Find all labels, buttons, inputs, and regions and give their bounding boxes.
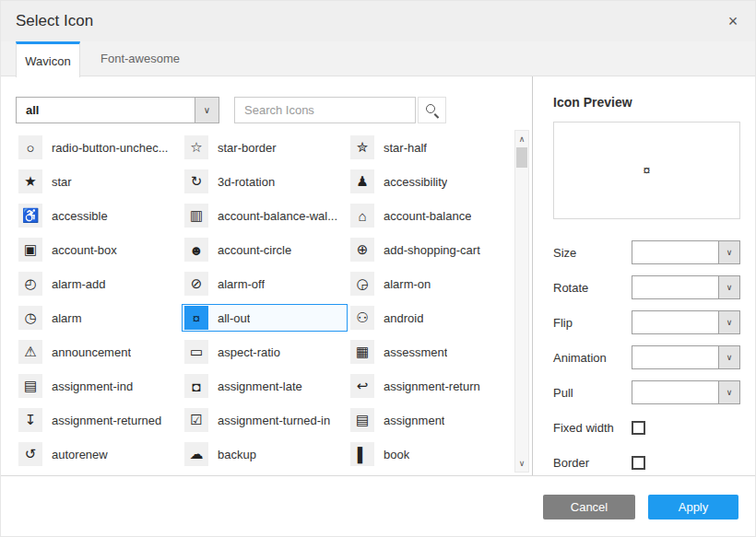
icon-list-item[interactable]: ○ radio-button-unchec...: [16, 134, 182, 161]
scrollbar-thumb[interactable]: [516, 147, 527, 168]
setting-label: Pull: [553, 386, 632, 400]
icon-glyph: ↩: [350, 374, 374, 398]
icon-list-item[interactable]: ▤ assignment-ind: [16, 372, 182, 400]
setting-label: Animation: [553, 351, 632, 365]
icon-list-item[interactable]: ▣ account-box: [16, 236, 182, 263]
icon-list-item[interactable]: ◘ assignment-late: [182, 372, 348, 400]
icon-glyph: ▤: [350, 408, 374, 432]
icon-list-item[interactable]: ◷ alarm: [16, 304, 182, 332]
icon-list-item[interactable]: ⚠ announcement: [16, 338, 182, 366]
icon-list-item[interactable]: ◶ alarm-on: [348, 270, 508, 298]
icon-list-scrollbar[interactable]: ∧ ∨: [514, 130, 529, 473]
icon-list-item[interactable]: ♟ accessibility: [348, 168, 508, 195]
icon-glyph: ↻: [184, 169, 208, 193]
icon-list-item[interactable]: ☻ account-circle: [182, 236, 348, 263]
setting-select[interactable]: ∨: [632, 345, 740, 369]
chevron-down-icon[interactable]: ∨: [195, 98, 219, 123]
icon-label: all-out: [218, 311, 250, 325]
icon-list-item[interactable]: ↻ 3d-rotation: [182, 168, 348, 195]
tab-wavicon[interactable]: Wavicon: [16, 41, 80, 77]
icon-glyph: ▣: [18, 238, 42, 262]
tab-font-awesome[interactable]: Font-awesome: [80, 41, 200, 76]
setting-label: Fixed width: [553, 421, 632, 435]
icon-glyph: ○: [18, 135, 42, 159]
icon-label: assignment-ind: [52, 379, 133, 393]
icon-list-item[interactable]: ♿ accessible: [16, 202, 182, 229]
icon-glyph: ★: [18, 169, 42, 193]
cancel-button[interactable]: Cancel: [543, 495, 635, 519]
icon-glyph: ▤: [18, 374, 42, 398]
icon-list-item[interactable]: ☁ backup: [182, 440, 348, 468]
setting-select[interactable]: ∨: [632, 380, 740, 404]
icon-glyph: ▌: [350, 442, 374, 466]
setting-select-value: [632, 381, 718, 403]
icon-glyph: ↺: [18, 442, 42, 466]
setting-row: Border: [553, 450, 740, 474]
select-icon-dialog: Select Icon × Wavicon Font-awesome all ∨…: [0, 0, 756, 537]
search-button[interactable]: [418, 97, 446, 123]
icon-list-item[interactable]: ☆ star-border: [182, 134, 348, 161]
icon-glyph: ☆: [184, 135, 208, 159]
icon-glyph: ◘: [184, 374, 208, 398]
chevron-down-icon[interactable]: ∨: [718, 311, 739, 333]
icon-glyph: ⊘: [184, 272, 208, 296]
chevron-down-icon[interactable]: ∨: [718, 276, 739, 298]
icon-list-item[interactable]: ▤ assignment: [348, 406, 508, 434]
icon-glyph: ▦: [350, 340, 374, 364]
chevron-down-icon[interactable]: ∨: [718, 241, 739, 263]
apply-button[interactable]: Apply: [648, 495, 738, 519]
icon-label: accessibility: [384, 175, 447, 189]
icon-list-item[interactable]: ⌂ account-balance: [348, 202, 508, 229]
setting-select[interactable]: ∨: [632, 240, 740, 264]
icon-label: assignment-return: [384, 379, 480, 393]
category-dropdown[interactable]: all ∨: [16, 97, 219, 123]
icon-list-item[interactable]: ▦ assessment: [348, 338, 508, 366]
icon-list-item[interactable]: ⚇ android: [348, 304, 508, 332]
icon-label: alarm: [52, 311, 82, 325]
icon-label: assignment-returned: [52, 414, 161, 427]
icon-glyph: ◴: [18, 272, 42, 296]
setting-checkbox[interactable]: [632, 421, 645, 435]
scroll-up-icon[interactable]: ∧: [515, 133, 528, 146]
setting-row: Fixed width: [553, 415, 740, 439]
dialog-header: Select Icon ×: [1, 1, 756, 41]
icon-list-item[interactable]: ▌ book: [348, 440, 508, 468]
icon-glyph: ▥: [184, 204, 208, 228]
icon-glyph: ◷: [18, 306, 42, 330]
icon-list-item[interactable]: ↩ assignment-return: [348, 372, 508, 400]
icon-list-item[interactable]: ↧ assignment-returned: [16, 406, 182, 434]
icon-label: account-balance-wal...: [218, 209, 337, 223]
scroll-down-icon[interactable]: ∨: [515, 457, 528, 470]
setting-select[interactable]: ∨: [632, 275, 740, 299]
setting-checkbox[interactable]: [632, 456, 645, 470]
icon-glyph: ☁: [184, 442, 208, 466]
dialog-title: Select Icon: [16, 1, 93, 41]
icon-glyph: ♿: [18, 204, 42, 228]
chevron-down-icon[interactable]: ∨: [718, 346, 739, 368]
icon-list-item[interactable]: ▭ aspect-ratio: [182, 338, 348, 366]
close-icon[interactable]: ×: [722, 10, 744, 32]
icon-list-item[interactable]: ☑ assignment-turned-in: [182, 406, 348, 434]
icon-list-item[interactable]: ¤ all-out: [182, 304, 348, 332]
icon-label: add-shopping-cart: [384, 243, 480, 257]
search-input[interactable]: [234, 97, 416, 123]
icon-label: account-box: [52, 243, 117, 257]
icon-glyph: ▭: [184, 340, 208, 364]
icon-label: assignment-turned-in: [218, 414, 330, 427]
footer-divider: [1, 475, 756, 476]
icon-glyph: ✮: [350, 135, 374, 159]
icon-list-item[interactable]: ★ star: [16, 168, 182, 195]
icon-label: 3d-rotation: [218, 175, 275, 189]
chevron-down-icon[interactable]: ∨: [718, 381, 739, 403]
search-icon: [426, 104, 435, 113]
icon-label: alarm-off: [218, 277, 265, 291]
icon-list-item[interactable]: ⊘ alarm-off: [182, 270, 348, 298]
setting-select[interactable]: ∨: [632, 310, 740, 334]
icon-list-item[interactable]: ✮ star-half: [348, 134, 508, 161]
icon-list-item[interactable]: ⊕ add-shopping-cart: [348, 236, 508, 263]
setting-row: Pull ∨: [553, 380, 740, 404]
icon-list-item[interactable]: ↺ autorenew: [16, 440, 182, 468]
icon-glyph: ⚇: [350, 306, 374, 330]
icon-list-item[interactable]: ◴ alarm-add: [16, 270, 182, 298]
icon-list-item[interactable]: ▥ account-balance-wal...: [182, 202, 348, 229]
